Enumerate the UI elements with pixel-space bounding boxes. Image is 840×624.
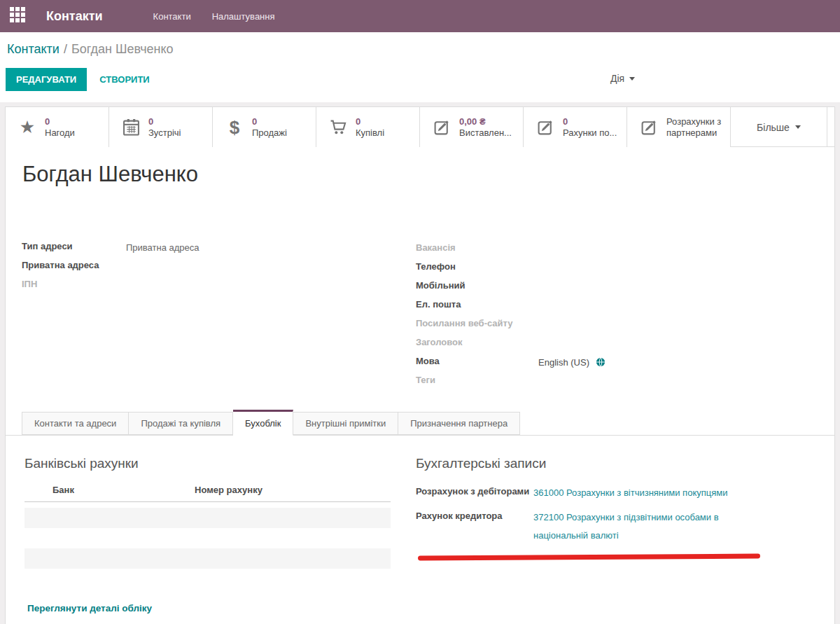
dollar-icon: $ (225, 118, 244, 137)
field-label: Вакансія (416, 240, 538, 257)
accounting-entries-section: Бухгалтерські записи Розрахунок з дебіто… (416, 456, 820, 551)
field-website: Посилання веб-сайту (416, 314, 829, 333)
stat-button-opportunities[interactable]: ★ 0 Нагоди (6, 107, 109, 147)
stat-label: Розрахунки з партнерами (666, 116, 727, 139)
tab-contacts-addresses[interactable]: Контакти та адреси (22, 412, 129, 435)
bank-table-header: Банк Номер рахунку (24, 485, 391, 502)
breadcrumb-current: Богдан Шевченко (71, 42, 174, 56)
field-language: Мова English (US) (416, 352, 829, 370)
form-sheet: ★ 0 Нагоди 0 Зустрічі $ 0 Продажі (5, 106, 835, 624)
top-menu: Контакти Налаштування (153, 11, 275, 22)
breadcrumb-separator: / (64, 42, 67, 56)
action-dropdown-label: Дія (610, 73, 624, 84)
stat-button-meetings[interactable]: 0 Зустрічі (109, 107, 213, 147)
table-row[interactable] (24, 508, 391, 528)
field-label: Заголовок (416, 335, 538, 352)
field-label: Приватна адреса (22, 258, 126, 275)
column-bank[interactable]: Банк (24, 485, 195, 501)
stat-label: Рахунки по... (563, 127, 617, 139)
stat-label: Виставлен... (459, 127, 512, 139)
stat-button-partner-ledger[interactable]: Розрахунки з партнерами (627, 107, 731, 147)
create-button[interactable]: СТВОРИТИ (99, 74, 149, 85)
stat-label: Нагоди (45, 127, 75, 139)
top-navbar: Контакти Контакти Налаштування (0, 0, 840, 32)
accounting-fields: Розрахунок з дебіторами 361000 Розрахунк… (416, 484, 820, 545)
field-job-position: Вакансія (416, 238, 829, 257)
control-panel: Контакти/Богдан Шевченко РЕДАГУВАТИ СТВО… (0, 32, 840, 102)
apps-grid-icon[interactable] (10, 7, 28, 25)
edit-button[interactable]: РЕДАГУВАТИ (6, 68, 87, 91)
field-group-right: Вакансія Телефон Мобільний Ел. пошта Пос… (416, 238, 829, 389)
cart-icon (328, 118, 348, 136)
stat-value: 0 (45, 116, 75, 127)
field-label: Мобільний (416, 278, 538, 295)
menu-settings[interactable]: Налаштування (212, 11, 275, 22)
field-label: Рахунок кредитора (416, 508, 533, 545)
caret-down-icon (795, 125, 801, 129)
stat-value: 0 (148, 116, 181, 127)
account-receivable-link[interactable]: 361000 Розрахунки з вітчизняними покупця… (533, 484, 727, 502)
language-value: English (US) (538, 355, 589, 370)
notebook-tabs: Контакти та адреси Продажі та купівля Бу… (6, 412, 834, 436)
pencil-square-icon (536, 118, 555, 136)
field-group-left: Тип адреси Приватна адреса Приватна адре… (22, 237, 400, 293)
caret-down-icon (629, 77, 635, 81)
stat-value: 0 (252, 116, 287, 127)
bank-accounts-section: Банківські рахунки Банк Номер рахунку (24, 456, 392, 569)
globe-icon (596, 357, 606, 367)
stat-label: Купівлі (356, 127, 384, 139)
field-label: Тип адреси (22, 239, 126, 256)
view-accounting-details-link[interactable]: Переглянути деталі обліку (27, 603, 152, 613)
breadcrumb: Контакти/Богдан Шевченко (7, 42, 174, 57)
star-icon: ★ (18, 118, 37, 136)
pencil-square-icon (639, 118, 659, 136)
column-account-number[interactable]: Номер рахунку (195, 485, 391, 501)
field-tax-id: ІПН (22, 275, 400, 293)
menu-contacts[interactable]: Контакти (153, 11, 191, 22)
stat-button-vendor-bills[interactable]: 0 Рахунки по... (524, 107, 627, 147)
field-account-payable: Рахунок кредитора 372100 Розрахунки з пі… (416, 508, 820, 545)
field-label: Телефон (416, 259, 538, 276)
field-label: Посилання веб-сайту (416, 316, 538, 333)
table-row[interactable] (24, 548, 391, 569)
stat-label: Зустрічі (148, 127, 181, 139)
stat-value: 0,00 ₴ (459, 116, 512, 127)
table-row[interactable] (24, 528, 391, 548)
tab-sales-purchase[interactable]: Продажі та купівля (129, 412, 233, 435)
tab-accounting[interactable]: Бухоблік (233, 410, 293, 436)
more-dropdown[interactable]: Більше (731, 107, 827, 147)
calendar-icon (121, 118, 141, 136)
field-value[interactable]: Приватна адреса (126, 239, 200, 256)
breadcrumb-parent[interactable]: Контакти (7, 42, 59, 56)
bank-accounts-title: Банківські рахунки (24, 456, 392, 471)
pencil-square-icon (432, 118, 451, 136)
field-phone: Телефон (416, 257, 829, 276)
field-label: Мова (416, 354, 538, 370)
field-label: Розрахунок з дебіторами (416, 484, 533, 502)
field-title: Заголовок (416, 333, 829, 352)
field-label: Ел. пошта (416, 297, 538, 314)
tab-partner-assignment[interactable]: Призначення партнера (398, 412, 520, 435)
stat-button-sales[interactable]: $ 0 Продажі (213, 107, 316, 147)
field-value[interactable]: English (US) (538, 354, 606, 370)
stat-button-invoiced[interactable]: 0,00 ₴ Виставлен... (420, 107, 524, 147)
tab-internal-notes[interactable]: Внутрішні примітки (293, 412, 398, 435)
account-payable-link[interactable]: 372100 Розрахунки з підзвітними особами … (533, 508, 775, 545)
accounting-entries-title: Бухгалтерські записи (416, 456, 820, 471)
more-dropdown-label: Більше (757, 122, 790, 133)
stat-label: Продажі (252, 127, 287, 139)
stat-button-purchases[interactable]: 0 Купівлі (316, 107, 420, 147)
field-account-receivable: Розрахунок з дебіторами 361000 Розрахунк… (416, 484, 820, 502)
field-label: ІПН (22, 277, 126, 293)
field-tags: Теги (416, 370, 829, 389)
field-mobile: Мобільний (416, 276, 829, 295)
field-email: Ел. пошта (416, 295, 829, 314)
field-address-type: Тип адреси Приватна адреса (22, 237, 400, 256)
action-buttons: РЕДАГУВАТИ СТВОРИТИ (6, 68, 150, 91)
field-private-address: Приватна адреса (22, 256, 400, 275)
action-dropdown[interactable]: Дія (610, 73, 635, 84)
stat-value: 0 (563, 116, 617, 127)
stat-value: 0 (356, 116, 384, 127)
record-name: Богдан Шевченко (22, 162, 198, 187)
stat-button-box: ★ 0 Нагоди 0 Зустрічі $ 0 Продажі (6, 107, 834, 147)
